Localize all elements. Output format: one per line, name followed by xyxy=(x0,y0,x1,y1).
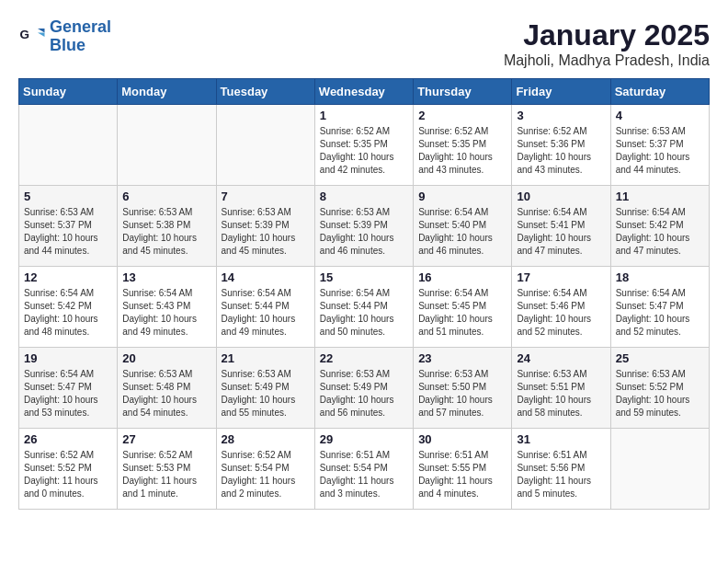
calendar-day-cell: 1Sunrise: 6:52 AM Sunset: 5:35 PM Daylig… xyxy=(314,105,413,186)
day-number: 17 xyxy=(517,270,605,284)
calendar-week-row: 1Sunrise: 6:52 AM Sunset: 5:35 PM Daylig… xyxy=(19,105,710,186)
day-info: Sunrise: 6:53 AM Sunset: 5:51 PM Dayligh… xyxy=(517,368,605,419)
day-info: Sunrise: 6:54 AM Sunset: 5:43 PM Dayligh… xyxy=(122,287,210,339)
column-header-saturday: Saturday xyxy=(610,79,709,105)
calendar-day-cell: 15Sunrise: 6:54 AM Sunset: 5:44 PM Dayli… xyxy=(314,267,413,348)
day-number: 6 xyxy=(122,190,210,203)
day-info: Sunrise: 6:53 AM Sunset: 5:38 PM Dayligh… xyxy=(122,206,210,258)
day-number: 13 xyxy=(122,270,210,284)
column-header-tuesday: Tuesday xyxy=(216,79,314,105)
calendar-header-row: SundayMondayTuesdayWednesdayThursdayFrid… xyxy=(19,79,710,105)
calendar-day-cell: 4Sunrise: 6:53 AM Sunset: 5:37 PM Daylig… xyxy=(610,105,709,186)
calendar-day-cell: 2Sunrise: 6:52 AM Sunset: 5:35 PM Daylig… xyxy=(414,105,512,186)
calendar-day-cell: 5Sunrise: 6:53 AM Sunset: 5:37 PM Daylig… xyxy=(19,186,118,267)
day-info: Sunrise: 6:53 AM Sunset: 5:49 PM Dayligh… xyxy=(222,368,310,419)
day-info: Sunrise: 6:53 AM Sunset: 5:37 PM Dayligh… xyxy=(24,206,112,258)
day-number: 3 xyxy=(517,109,605,122)
calendar-day-cell: 8Sunrise: 6:53 AM Sunset: 5:39 PM Daylig… xyxy=(314,186,413,267)
day-info: Sunrise: 6:52 AM Sunset: 5:36 PM Dayligh… xyxy=(517,125,605,177)
empty-day-cell xyxy=(610,429,709,510)
svg-marker-2 xyxy=(38,32,45,37)
calendar-week-row: 12Sunrise: 6:54 AM Sunset: 5:42 PM Dayli… xyxy=(19,267,710,348)
day-info: Sunrise: 6:53 AM Sunset: 5:37 PM Dayligh… xyxy=(616,125,704,177)
calendar-day-cell: 19Sunrise: 6:54 AM Sunset: 5:47 PM Dayli… xyxy=(19,348,118,429)
day-number: 11 xyxy=(616,190,704,203)
day-info: Sunrise: 6:53 AM Sunset: 5:39 PM Dayligh… xyxy=(222,206,310,258)
calendar-day-cell: 6Sunrise: 6:53 AM Sunset: 5:38 PM Daylig… xyxy=(118,186,216,267)
day-info: Sunrise: 6:54 AM Sunset: 5:47 PM Dayligh… xyxy=(24,368,112,419)
day-info: Sunrise: 6:52 AM Sunset: 5:35 PM Dayligh… xyxy=(418,125,506,177)
calendar-day-cell: 26Sunrise: 6:52 AM Sunset: 5:52 PM Dayli… xyxy=(19,429,118,510)
logo-text: General Blue xyxy=(50,18,111,55)
column-header-thursday: Thursday xyxy=(414,79,512,105)
day-info: Sunrise: 6:53 AM Sunset: 5:52 PM Dayligh… xyxy=(616,368,704,419)
calendar-day-cell: 21Sunrise: 6:53 AM Sunset: 5:49 PM Dayli… xyxy=(216,348,314,429)
calendar-week-row: 26Sunrise: 6:52 AM Sunset: 5:52 PM Dayli… xyxy=(19,429,710,510)
day-number: 2 xyxy=(418,109,506,122)
day-info: Sunrise: 6:54 AM Sunset: 5:46 PM Dayligh… xyxy=(517,287,605,339)
calendar-day-cell: 30Sunrise: 6:51 AM Sunset: 5:55 PM Dayli… xyxy=(414,429,512,510)
day-number: 30 xyxy=(418,432,506,446)
svg-text:G: G xyxy=(20,27,30,40)
day-number: 24 xyxy=(517,351,605,365)
logo: G General Blue xyxy=(18,18,111,55)
logo-icon: G xyxy=(18,23,46,51)
day-number: 22 xyxy=(320,351,408,365)
calendar-day-cell: 27Sunrise: 6:52 AM Sunset: 5:53 PM Dayli… xyxy=(118,429,216,510)
day-number: 4 xyxy=(616,109,704,122)
calendar-day-cell: 20Sunrise: 6:53 AM Sunset: 5:48 PM Dayli… xyxy=(118,348,216,429)
calendar-day-cell: 9Sunrise: 6:54 AM Sunset: 5:40 PM Daylig… xyxy=(414,186,512,267)
calendar-day-cell: 13Sunrise: 6:54 AM Sunset: 5:43 PM Dayli… xyxy=(118,267,216,348)
title-block: January 2025 Majholi, Madhya Pradesh, In… xyxy=(504,18,710,69)
day-number: 8 xyxy=(320,190,408,203)
empty-day-cell xyxy=(216,105,314,186)
calendar-day-cell: 24Sunrise: 6:53 AM Sunset: 5:51 PM Dayli… xyxy=(512,348,610,429)
day-info: Sunrise: 6:51 AM Sunset: 5:55 PM Dayligh… xyxy=(418,449,506,500)
day-info: Sunrise: 6:53 AM Sunset: 5:48 PM Dayligh… xyxy=(122,368,210,419)
day-info: Sunrise: 6:54 AM Sunset: 5:42 PM Dayligh… xyxy=(24,287,112,339)
day-number: 26 xyxy=(24,432,112,446)
empty-day-cell xyxy=(118,105,216,186)
day-info: Sunrise: 6:54 AM Sunset: 5:44 PM Dayligh… xyxy=(320,287,408,339)
empty-day-cell xyxy=(19,105,118,186)
day-number: 28 xyxy=(222,432,310,446)
day-number: 20 xyxy=(122,351,210,365)
day-number: 12 xyxy=(24,270,112,284)
day-info: Sunrise: 6:54 AM Sunset: 5:41 PM Dayligh… xyxy=(517,206,605,258)
day-number: 23 xyxy=(418,351,506,365)
day-number: 10 xyxy=(517,190,605,203)
day-number: 21 xyxy=(222,351,310,365)
day-number: 16 xyxy=(418,270,506,284)
day-number: 29 xyxy=(320,432,408,446)
day-info: Sunrise: 6:53 AM Sunset: 5:49 PM Dayligh… xyxy=(320,368,408,419)
calendar-table: SundayMondayTuesdayWednesdayThursdayFrid… xyxy=(18,78,710,510)
svg-marker-1 xyxy=(38,29,45,33)
month-year-title: January 2025 xyxy=(504,18,710,52)
day-info: Sunrise: 6:54 AM Sunset: 5:45 PM Dayligh… xyxy=(418,287,506,339)
calendar-day-cell: 10Sunrise: 6:54 AM Sunset: 5:41 PM Dayli… xyxy=(512,186,610,267)
day-number: 1 xyxy=(320,109,408,122)
calendar-day-cell: 29Sunrise: 6:51 AM Sunset: 5:54 PM Dayli… xyxy=(314,429,413,510)
day-number: 7 xyxy=(222,190,310,203)
day-number: 31 xyxy=(517,432,605,446)
day-info: Sunrise: 6:53 AM Sunset: 5:50 PM Dayligh… xyxy=(418,368,506,419)
calendar-week-row: 5Sunrise: 6:53 AM Sunset: 5:37 PM Daylig… xyxy=(19,186,710,267)
calendar-day-cell: 25Sunrise: 6:53 AM Sunset: 5:52 PM Dayli… xyxy=(610,348,709,429)
column-header-wednesday: Wednesday xyxy=(314,79,413,105)
calendar-week-row: 19Sunrise: 6:54 AM Sunset: 5:47 PM Dayli… xyxy=(19,348,710,429)
column-header-sunday: Sunday xyxy=(19,79,118,105)
calendar-day-cell: 22Sunrise: 6:53 AM Sunset: 5:49 PM Dayli… xyxy=(314,348,413,429)
calendar-day-cell: 7Sunrise: 6:53 AM Sunset: 5:39 PM Daylig… xyxy=(216,186,314,267)
day-info: Sunrise: 6:51 AM Sunset: 5:56 PM Dayligh… xyxy=(517,449,605,500)
day-info: Sunrise: 6:54 AM Sunset: 5:42 PM Dayligh… xyxy=(616,206,704,258)
calendar-day-cell: 11Sunrise: 6:54 AM Sunset: 5:42 PM Dayli… xyxy=(610,186,709,267)
day-number: 25 xyxy=(616,351,704,365)
day-info: Sunrise: 6:52 AM Sunset: 5:54 PM Dayligh… xyxy=(222,449,310,500)
calendar-day-cell: 28Sunrise: 6:52 AM Sunset: 5:54 PM Dayli… xyxy=(216,429,314,510)
calendar-day-cell: 31Sunrise: 6:51 AM Sunset: 5:56 PM Dayli… xyxy=(512,429,610,510)
day-number: 19 xyxy=(24,351,112,365)
day-info: Sunrise: 6:51 AM Sunset: 5:54 PM Dayligh… xyxy=(320,449,408,500)
calendar-day-cell: 16Sunrise: 6:54 AM Sunset: 5:45 PM Dayli… xyxy=(414,267,512,348)
column-header-monday: Monday xyxy=(118,79,216,105)
day-info: Sunrise: 6:52 AM Sunset: 5:35 PM Dayligh… xyxy=(320,125,408,177)
